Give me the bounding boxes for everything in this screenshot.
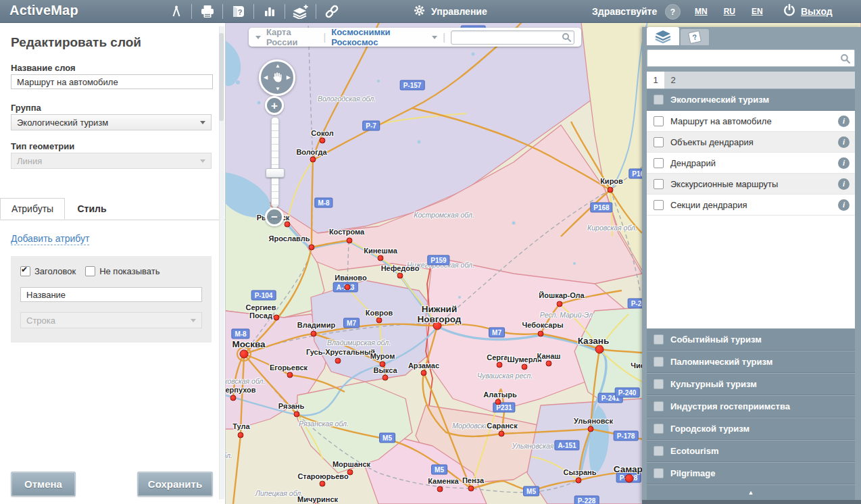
attribute-name-input[interactable] bbox=[20, 287, 202, 302]
layer-checkbox[interactable] bbox=[654, 200, 664, 210]
group-checkbox[interactable] bbox=[654, 379, 664, 389]
active-map-selector[interactable]: Космоснимки Роскосмос bbox=[331, 27, 426, 47]
group-label: Культурный туризм bbox=[670, 379, 757, 389]
layer-group-header[interactable]: Культурный туризм bbox=[647, 373, 855, 395]
print-icon[interactable] bbox=[192, 0, 222, 22]
pan-right-icon[interactable]: ▶ bbox=[287, 75, 291, 80]
collapse-panel-button[interactable]: ▲ bbox=[647, 484, 855, 500]
statistics-icon[interactable] bbox=[254, 0, 285, 22]
road-shield: Р168 bbox=[590, 203, 612, 213]
group-select[interactable]: Экологический туризм bbox=[11, 114, 212, 130]
zoom-in-button[interactable]: + bbox=[265, 96, 284, 115]
road-shield: М-8 bbox=[231, 329, 249, 339]
group-checkbox[interactable] bbox=[654, 468, 664, 478]
layer-name-input[interactable] bbox=[11, 74, 213, 89]
language-switcher: MN RU EN bbox=[695, 0, 763, 22]
zoom-slider[interactable] bbox=[271, 117, 279, 207]
layer-group-header[interactable]: Паломнический туризм bbox=[647, 351, 855, 373]
add-attribute-link[interactable]: Добавить атрибут bbox=[11, 233, 89, 245]
geometry-select: Линия bbox=[11, 153, 212, 169]
scrollbar-thumb[interactable] bbox=[219, 33, 224, 121]
title-checkbox[interactable] bbox=[20, 266, 30, 276]
info-icon[interactable]: i bbox=[838, 116, 850, 127]
layers-search-input[interactable] bbox=[651, 53, 840, 64]
chevron-down-icon[interactable] bbox=[255, 36, 261, 39]
group-label: Городской туризм bbox=[670, 424, 749, 434]
search-icon[interactable] bbox=[840, 53, 850, 64]
pan-left-icon[interactable]: ◀ bbox=[264, 75, 268, 80]
layer-group-header[interactable]: Событийный туризм bbox=[647, 328, 855, 351]
layer-checkbox[interactable] bbox=[654, 116, 664, 126]
tab-style[interactable]: Стиль bbox=[65, 198, 119, 220]
zoom-slider-handle[interactable] bbox=[266, 168, 285, 178]
page-2[interactable]: 2 bbox=[664, 72, 682, 89]
group-checkbox[interactable] bbox=[654, 401, 664, 411]
info-icon[interactable]: i bbox=[838, 199, 850, 211]
city-dot bbox=[383, 375, 389, 381]
pan-down-icon[interactable]: ▼ bbox=[275, 86, 280, 92]
city-label: Сергиев Посад bbox=[245, 303, 276, 320]
city-dot bbox=[595, 345, 604, 354]
info-icon[interactable]: i bbox=[838, 136, 850, 148]
panel-scrollbar[interactable] bbox=[219, 26, 224, 499]
geometry-label: Тип геометрии bbox=[11, 141, 74, 151]
map-search-input[interactable] bbox=[454, 32, 562, 43]
base-map-selector[interactable]: Карта России bbox=[266, 27, 318, 47]
region-label: Вологодская обл. bbox=[318, 95, 376, 103]
reference-icon[interactable]: ? bbox=[223, 0, 253, 22]
layer-group-header[interactable]: Экологический туризм bbox=[647, 89, 855, 111]
group-checkbox[interactable] bbox=[654, 357, 664, 367]
tab-attributes[interactable]: Атрибуты bbox=[0, 198, 65, 220]
add-layer-icon[interactable] bbox=[285, 0, 316, 22]
layer-row[interactable]: Объекты дендрарияi bbox=[647, 132, 855, 153]
lang-ru[interactable]: RU bbox=[724, 7, 735, 16]
save-button[interactable]: Сохранить bbox=[137, 472, 213, 497]
management-menu[interactable]: Управление bbox=[414, 0, 487, 22]
zoom-out-button[interactable]: − bbox=[265, 207, 284, 226]
layer-row[interactable]: Маршрут на автомобилеi bbox=[647, 111, 855, 132]
hide-checkbox[interactable] bbox=[85, 266, 95, 276]
tab-layers[interactable] bbox=[647, 27, 679, 45]
city-dot bbox=[285, 222, 291, 228]
layer-row[interactable]: Экскурсионные маршрутыi bbox=[647, 174, 855, 195]
layer-group-header[interactable]: Индустрия гостеприимства bbox=[647, 395, 855, 418]
pan-up-icon[interactable]: ▲ bbox=[275, 64, 280, 69]
group-checkbox[interactable] bbox=[654, 95, 664, 105]
region-label: Чувашская респ. bbox=[477, 372, 533, 380]
layer-label: Объекты дендрария bbox=[670, 137, 754, 147]
help-badge[interactable]: ? bbox=[665, 4, 681, 20]
group-checkbox[interactable] bbox=[654, 334, 664, 345]
layer-row[interactable]: Секции дендрарияi bbox=[647, 195, 855, 216]
lang-en[interactable]: EN bbox=[752, 7, 763, 16]
pan-control[interactable]: ▲ ▼ ◀ ▶ bbox=[259, 59, 295, 96]
tab-legend[interactable]: ? bbox=[681, 29, 709, 45]
gear-icon bbox=[414, 5, 425, 18]
chevron-down-icon bbox=[191, 319, 196, 322]
group-checkbox[interactable] bbox=[654, 424, 664, 434]
layer-checkbox[interactable] bbox=[654, 137, 664, 147]
group-checkbox[interactable] bbox=[654, 446, 664, 456]
city-label: Иваново bbox=[335, 274, 366, 282]
layer-group-header[interactable]: Pilgrimage bbox=[647, 462, 855, 484]
lang-mn[interactable]: MN bbox=[695, 7, 708, 16]
layer-group-header[interactable]: Ecotourism bbox=[647, 440, 855, 462]
chevron-down-icon[interactable] bbox=[432, 36, 437, 39]
permalink-icon[interactable] bbox=[316, 0, 347, 22]
city-dot bbox=[608, 187, 614, 193]
page-1[interactable]: 1 bbox=[647, 72, 664, 89]
road-shield: Р-240 bbox=[615, 388, 640, 398]
city-dot bbox=[335, 358, 341, 364]
layer-row[interactable]: Дендрарийi bbox=[647, 153, 855, 174]
chevron-down-icon bbox=[200, 159, 205, 163]
layer-checkbox[interactable] bbox=[654, 179, 664, 189]
title-checkbox-label: Заголовок bbox=[34, 266, 76, 276]
layer-group-header[interactable]: Городской туризм bbox=[647, 418, 855, 440]
logout-button[interactable]: Выход bbox=[783, 0, 833, 22]
search-icon[interactable] bbox=[562, 32, 571, 42]
info-icon[interactable]: i bbox=[838, 157, 850, 169]
cancel-button[interactable]: Отмена bbox=[11, 472, 76, 497]
layer-checkbox[interactable] bbox=[654, 158, 664, 168]
measure-icon[interactable] bbox=[161, 0, 191, 22]
info-icon[interactable]: i bbox=[838, 178, 850, 190]
city-label: Канаш bbox=[537, 352, 561, 360]
